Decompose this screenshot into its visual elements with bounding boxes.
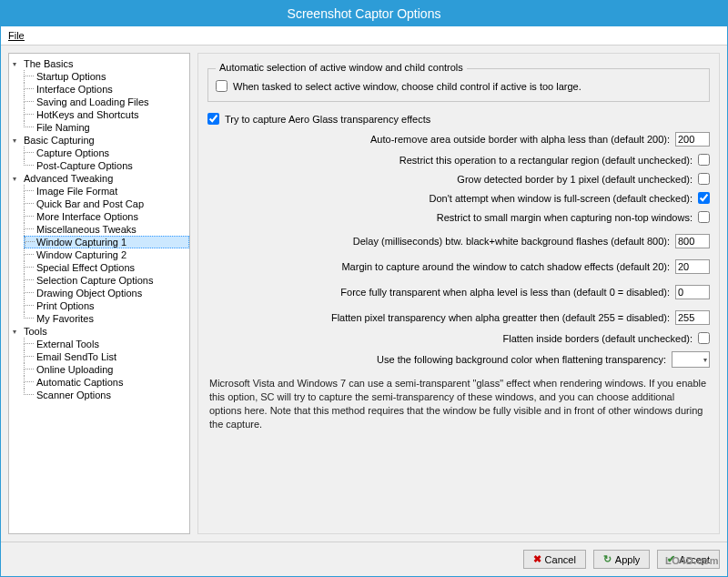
- margin-input[interactable]: [675, 259, 710, 274]
- menubar: File: [1, 26, 727, 46]
- flatten-label: Flatten pixel transparency when alpha gr…: [331, 312, 670, 323]
- tree-item[interactable]: My Favorites: [24, 312, 189, 325]
- content-area: ▾The BasicsStartup OptionsInterface Opti…: [1, 46, 727, 542]
- cancel-label: Cancel: [545, 554, 576, 565]
- no-fullscreen-label: Don't attempt when window is full-screen…: [430, 193, 693, 204]
- bgcolor-label: Use the following background color when …: [377, 354, 666, 365]
- collapse-icon: ▾: [13, 60, 22, 68]
- window-title: Screenshot Captor Options: [1, 1, 727, 26]
- tree-group-label: Advanced Tweaking: [24, 173, 113, 184]
- tree-item[interactable]: Automatic Captions: [24, 376, 189, 389]
- auto-remove-input[interactable]: [675, 132, 710, 147]
- tree-item[interactable]: Miscellaneous Tweaks: [24, 223, 189, 236]
- auto-selection-group: Automatic selection of active window and…: [207, 68, 710, 102]
- accept-label: Accept: [679, 554, 710, 565]
- tree-item[interactable]: External Tools: [24, 338, 189, 350]
- tree-group-header[interactable]: ▾Tools: [9, 325, 189, 338]
- settings-panel: Automatic selection of active window and…: [197, 53, 720, 534]
- tree-item[interactable]: Scanner Options: [24, 389, 189, 401]
- delay-input[interactable]: [675, 234, 710, 248]
- tree-group-label: The Basics: [24, 58, 73, 69]
- restrict-rect-label: Restrict this operation to a rectangular…: [399, 155, 693, 166]
- apply-button[interactable]: ↻ Apply: [593, 550, 651, 569]
- child-control-label: When tasked to select active window, cho…: [233, 81, 581, 92]
- tree-group-label: Basic Capturing: [24, 135, 95, 146]
- grow-border-checkbox[interactable]: [698, 173, 710, 185]
- nav-tree[interactable]: ▾The BasicsStartup OptionsInterface Opti…: [8, 53, 190, 534]
- options-window: Screenshot Captor Options File ▾The Basi…: [0, 0, 728, 577]
- force-trans-input[interactable]: [675, 285, 710, 299]
- accept-button[interactable]: ✔ Accept: [657, 550, 720, 569]
- tree-item[interactable]: Email SendTo List: [24, 350, 189, 363]
- aero-glass-checkbox[interactable]: [207, 113, 219, 125]
- aero-glass-label: Try to capture Aero Glass transparency e…: [225, 114, 430, 125]
- tree-group-header[interactable]: ▾The Basics: [9, 57, 189, 70]
- cancel-icon: ✖: [533, 553, 541, 565]
- menu-file[interactable]: File: [8, 30, 25, 41]
- tree-item[interactable]: Drawing Object Options: [24, 287, 189, 299]
- no-fullscreen-checkbox[interactable]: [698, 192, 710, 204]
- delay-label: Delay (milliseconds) btw. black+white ba…: [353, 236, 670, 247]
- flatten-inside-label: Flatten inside borders (default unchecke…: [502, 333, 693, 344]
- margin-label: Margin to capture around the window to c…: [341, 261, 670, 272]
- group-title: Automatic selection of active window and…: [216, 62, 467, 73]
- check-icon: ✔: [667, 553, 675, 565]
- bgcolor-select[interactable]: [672, 351, 710, 368]
- aero-description: Microsoft Vista and Windows 7 can use a …: [207, 373, 710, 434]
- force-trans-label: Force fully transparent when alpha level…: [340, 287, 670, 298]
- tree-item[interactable]: More Interface Options: [24, 210, 189, 223]
- collapse-icon: ▾: [13, 328, 22, 336]
- restrict-rect-checkbox[interactable]: [698, 154, 710, 166]
- restrict-margin-checkbox[interactable]: [698, 211, 710, 223]
- tree-group-label: Tools: [24, 326, 47, 337]
- collapse-icon: ▾: [13, 137, 22, 145]
- tree-item[interactable]: Window Capturing 2: [24, 248, 189, 261]
- cancel-button[interactable]: ✖ Cancel: [523, 550, 586, 569]
- flatten-input[interactable]: [675, 310, 710, 325]
- tree-item[interactable]: File Naming: [24, 121, 189, 134]
- tree-item[interactable]: Online Uploading: [24, 363, 189, 376]
- collapse-icon: ▾: [13, 175, 22, 183]
- tree-item[interactable]: Window Capturing 1: [24, 236, 189, 248]
- button-bar: ✖ Cancel ↻ Apply ✔ Accept: [1, 542, 727, 576]
- grow-border-label: Grow detected border by 1 pixel (default…: [457, 174, 693, 185]
- tree-item[interactable]: Saving and Loading Files: [24, 96, 189, 108]
- tree-item[interactable]: Print Options: [24, 299, 189, 312]
- tree-item[interactable]: Interface Options: [24, 83, 189, 96]
- auto-remove-label: Auto-remove area outside border with alp…: [370, 134, 670, 145]
- tree-group-header[interactable]: ▾Advanced Tweaking: [9, 172, 189, 185]
- tree-item[interactable]: HotKeys and Shortcuts: [24, 108, 189, 121]
- apply-label: Apply: [615, 554, 641, 565]
- tree-item[interactable]: Special Effect Options: [24, 261, 189, 274]
- tree-item[interactable]: Quick Bar and Post Cap: [24, 197, 189, 210]
- tree-item[interactable]: Startup Options: [24, 70, 189, 83]
- child-control-checkbox[interactable]: [216, 80, 228, 92]
- tree-item[interactable]: Selection Capture Options: [24, 274, 189, 287]
- tree-item[interactable]: Image File Format: [24, 185, 189, 197]
- tree-item[interactable]: Capture Options: [24, 147, 189, 159]
- tree-group-header[interactable]: ▾Basic Capturing: [9, 134, 189, 147]
- refresh-icon: ↻: [603, 553, 612, 565]
- flatten-inside-checkbox[interactable]: [698, 332, 710, 344]
- restrict-margin-label: Restrict to small margin when capturing …: [437, 212, 693, 223]
- tree-item[interactable]: Post-Capture Options: [24, 159, 189, 172]
